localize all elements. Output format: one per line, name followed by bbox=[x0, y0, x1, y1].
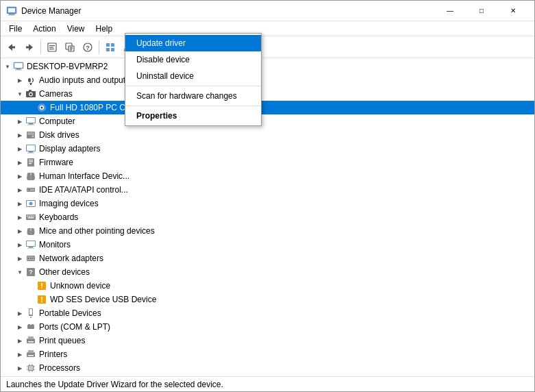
context-menu: Update driver Disable device Uninstall d… bbox=[125, 58, 262, 126]
svg-rect-7 bbox=[26, 46, 29, 48]
computer-expander[interactable]: ▶ bbox=[14, 116, 25, 127]
tree-item-ports[interactable]: ▶ Ports (COM & LPT) bbox=[1, 320, 534, 334]
context-uninstall-device[interactable]: Uninstall device bbox=[125, 68, 261, 84]
tree-item-display[interactable]: ▶ Display adapters bbox=[1, 142, 534, 156]
tree-item-software[interactable]: ▶ Software devices bbox=[1, 375, 534, 376]
ide-expander[interactable]: ▶ bbox=[14, 184, 25, 195]
computer-icon bbox=[13, 61, 24, 72]
portable-label: Portable Devices bbox=[39, 308, 101, 318]
tree-item-hid[interactable]: ▶ Human Interface Devic... bbox=[1, 169, 534, 183]
tree-item-keyboard[interactable]: ▶ Keyboards bbox=[1, 210, 534, 224]
device-view-button[interactable] bbox=[102, 39, 119, 56]
tree-item-monitors[interactable]: ▶ Monitors bbox=[1, 238, 534, 252]
firmware-icon bbox=[25, 157, 36, 168]
keyboard-icon bbox=[25, 212, 36, 223]
tree-item-imaging[interactable]: ▶ Imaging devices bbox=[1, 197, 534, 210]
root-expander[interactable]: ▼ bbox=[2, 61, 13, 72]
menu-file[interactable]: File bbox=[3, 23, 27, 35]
audio-expander[interactable]: ▶ bbox=[14, 75, 25, 86]
printers-expander[interactable]: ▶ bbox=[14, 349, 25, 360]
firmware-expander[interactable]: ▶ bbox=[14, 157, 25, 168]
svg-rect-65 bbox=[29, 163, 32, 164]
network-label: Network adapters bbox=[39, 254, 103, 263]
close-button[interactable]: ✕ bbox=[497, 3, 529, 19]
context-scan-hardware[interactable]: Scan for hardware changes bbox=[125, 88, 261, 104]
unknown-expander bbox=[25, 280, 36, 291]
ports-icon bbox=[25, 321, 36, 332]
context-properties[interactable]: Properties bbox=[125, 108, 261, 124]
print-queues-expander[interactable]: ▶ bbox=[14, 335, 25, 346]
svg-rect-70 bbox=[28, 189, 30, 191]
forward-button[interactable] bbox=[21, 39, 38, 56]
tree-item-wd-ses[interactable]: ! WD SES Device USB Device bbox=[1, 293, 534, 306]
tree-item-portable[interactable]: ▶ Portable Devices bbox=[1, 306, 534, 320]
context-disable-device[interactable]: Disable device bbox=[125, 58, 261, 68]
tree-item-ide[interactable]: ▶ IDE ATA/ATAPI control... bbox=[1, 183, 534, 197]
minimize-button[interactable]: — bbox=[434, 3, 466, 19]
svg-rect-102 bbox=[32, 324, 34, 326]
disk-expander[interactable]: ▶ bbox=[14, 130, 25, 140]
tree-item-audio[interactable]: ▶ Audio inputs and outputs bbox=[1, 73, 534, 87]
tree-item-camera-device[interactable]: Full HD 1080P PC C... bbox=[1, 101, 534, 114]
mice-expander[interactable]: ▶ bbox=[14, 225, 25, 236]
other-label: Other devices bbox=[39, 267, 90, 277]
svg-rect-1 bbox=[8, 8, 15, 12]
tree-item-network[interactable]: ▶ Network adapters bbox=[1, 252, 534, 265]
cameras-label: Cameras bbox=[39, 89, 73, 99]
computer-tree-icon bbox=[25, 116, 36, 127]
hid-expander[interactable]: ▶ bbox=[14, 171, 25, 182]
svg-rect-108 bbox=[28, 350, 34, 353]
tree-item-mice[interactable]: ▶ Mice and other pointing devices bbox=[1, 224, 534, 238]
status-bar: Launches the Update Driver Wizard for th… bbox=[1, 376, 534, 391]
tree-item-processors[interactable]: ▶ Processors bbox=[1, 361, 534, 375]
tree-item-print-queues[interactable]: ▶ Print queues bbox=[1, 334, 534, 347]
menu-help[interactable]: Help bbox=[90, 23, 119, 35]
menu-view[interactable]: View bbox=[62, 23, 90, 35]
display-expander[interactable]: ▶ bbox=[14, 143, 25, 154]
cameras-expander[interactable]: ▼ bbox=[14, 88, 25, 99]
menu-action[interactable]: Action bbox=[27, 23, 61, 35]
maximize-button[interactable]: □ bbox=[466, 3, 497, 19]
tree-item-disk[interactable]: ▶ Disk drives bbox=[1, 128, 534, 142]
wd-ses-expander bbox=[25, 294, 36, 305]
ports-expander[interactable]: ▶ bbox=[14, 321, 25, 332]
device-tree[interactable]: ▼ DESKTOP-BVPMRP2 ▶ bbox=[1, 58, 534, 376]
tree-item-computer[interactable]: ▶ Computer bbox=[1, 114, 534, 128]
svg-rect-5 bbox=[12, 46, 15, 48]
menu-bar: File Action View Help bbox=[1, 21, 534, 36]
processors-expander[interactable]: ▶ bbox=[14, 363, 25, 373]
svg-rect-77 bbox=[32, 216, 33, 217]
tree-root[interactable]: ▼ DESKTOP-BVPMRP2 bbox=[1, 60, 534, 73]
monitors-expander[interactable]: ▶ bbox=[14, 239, 25, 250]
update-driver-button[interactable] bbox=[62, 39, 78, 56]
svg-rect-101 bbox=[28, 324, 30, 326]
main-content: ▼ DESKTOP-BVPMRP2 ▶ bbox=[1, 58, 534, 376]
svg-text:!: ! bbox=[40, 295, 43, 304]
svg-rect-76 bbox=[29, 216, 31, 217]
properties-button[interactable] bbox=[44, 39, 60, 56]
other-expander[interactable]: ▼ bbox=[14, 267, 25, 278]
keyboard-label: Keyboards bbox=[39, 212, 78, 222]
svg-rect-20 bbox=[111, 43, 114, 47]
imaging-expander[interactable]: ▶ bbox=[14, 198, 25, 209]
tree-item-printers[interactable]: ▶ Printers bbox=[1, 347, 534, 361]
tree-item-cameras[interactable]: ▼ Cameras bbox=[1, 87, 534, 101]
imaging-icon bbox=[25, 198, 36, 209]
portable-expander[interactable]: ▶ bbox=[14, 308, 25, 319]
help-button[interactable]: ? bbox=[79, 39, 96, 56]
svg-rect-60 bbox=[29, 151, 33, 153]
svg-rect-105 bbox=[28, 341, 34, 343]
tree-item-unknown[interactable]: ! Unknown device bbox=[1, 279, 534, 293]
window-title: Device Manager bbox=[21, 6, 434, 16]
tree-item-firmware[interactable]: ▶ Firmware bbox=[1, 156, 534, 169]
svg-rect-19 bbox=[106, 43, 110, 47]
back-button[interactable] bbox=[3, 39, 20, 56]
context-separator-2 bbox=[125, 106, 261, 106]
svg-rect-53 bbox=[29, 123, 33, 125]
svg-rect-2 bbox=[9, 14, 14, 15]
tree-item-other[interactable]: ▼ ? Other devices bbox=[1, 265, 534, 279]
network-expander[interactable]: ▶ bbox=[14, 253, 25, 264]
processors-icon bbox=[25, 363, 36, 373]
print-queues-icon bbox=[25, 335, 36, 346]
keyboard-expander[interactable]: ▶ bbox=[14, 212, 25, 223]
